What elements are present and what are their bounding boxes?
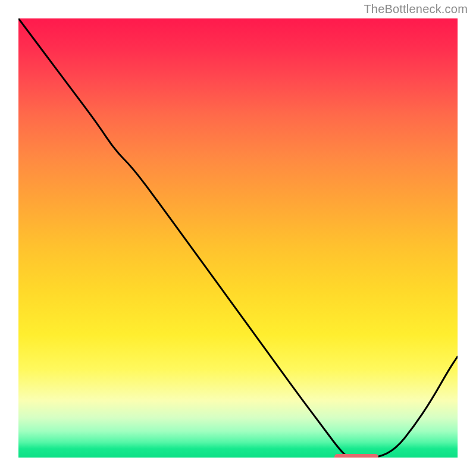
optimal-range-marker	[334, 454, 378, 458]
attribution-label: TheBottleneck.com	[364, 2, 468, 16]
bottleneck-curve	[18, 18, 458, 458]
chart-svg	[18, 18, 458, 458]
plot-area	[18, 18, 458, 458]
